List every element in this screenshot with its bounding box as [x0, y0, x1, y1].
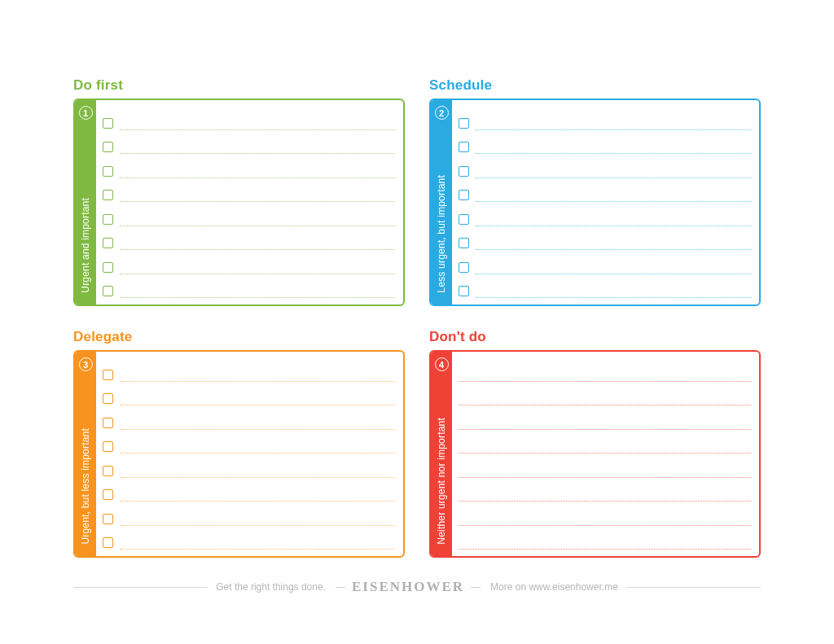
checkbox[interactable] [103, 142, 113, 152]
checkbox[interactable] [459, 286, 469, 296]
task-line[interactable] [120, 297, 395, 298]
matrix-grid: Do first1Urgent and importantSchedule2Le… [73, 77, 761, 558]
checkbox[interactable] [103, 214, 113, 225]
task-row[interactable] [459, 478, 751, 502]
quadrant-sidebar: 1Urgent and important [75, 100, 96, 304]
quadrant-side-label: Urgent and important [80, 198, 91, 296]
quadrant-title: Schedule [429, 77, 761, 94]
footer-right-text: More on www.eisenhower.me [482, 581, 626, 593]
task-line[interactable] [476, 129, 751, 130]
quadrant-title: Do first [73, 77, 405, 94]
checkbox[interactable] [103, 166, 113, 177]
task-row [459, 203, 751, 226]
checkbox[interactable] [103, 286, 113, 296]
quadrant-body [452, 100, 759, 304]
task-line[interactable] [120, 405, 395, 405]
task-row[interactable] [459, 430, 751, 453]
task-row [103, 178, 395, 202]
quadrant-sidebar: 2Less urgent, but important [431, 100, 452, 304]
footer-rule-right [626, 587, 761, 588]
task-row [459, 130, 751, 154]
checkbox[interactable] [103, 118, 113, 129]
checkbox[interactable] [459, 166, 469, 177]
quadrant-body [96, 352, 403, 556]
checkbox[interactable] [459, 262, 469, 273]
quadrant-number-badge: 1 [79, 106, 93, 120]
checkbox[interactable] [103, 262, 113, 273]
checkbox[interactable] [103, 418, 113, 428]
task-line[interactable] [120, 177, 395, 178]
checkbox[interactable] [103, 238, 113, 248]
quadrant-side-label: Urgent, but less important [80, 428, 91, 548]
quadrant-body [96, 100, 403, 304]
quadrant-title: Delegate [73, 329, 405, 345]
task-row [103, 526, 395, 550]
quadrant-number-badge: 4 [435, 357, 449, 371]
task-line[interactable] [476, 201, 751, 202]
footer-brand: EISENHOWER [347, 579, 469, 595]
task-row [459, 178, 751, 202]
checkbox[interactable] [103, 489, 113, 500]
task-row [459, 155, 751, 178]
checkbox[interactable] [459, 142, 469, 152]
checkbox[interactable] [103, 190, 113, 200]
quadrant-sidebar: 4Neither urgent nor important [431, 352, 452, 556]
task-row[interactable] [459, 502, 751, 526]
quadrant-body [452, 352, 759, 556]
task-row[interactable] [459, 526, 751, 550]
quadrant-card: 1Urgent and important [73, 99, 405, 306]
task-line[interactable] [120, 501, 395, 502]
task-line[interactable] [120, 274, 395, 274]
task-row [459, 274, 751, 298]
task-line[interactable] [476, 177, 751, 178]
quadrant-side-label: Less urgent, but important [436, 175, 447, 296]
task-row [103, 203, 395, 226]
task-row [103, 251, 395, 274]
task-line[interactable] [476, 249, 751, 250]
quadrant-card: 3Urgent, but less important [73, 350, 405, 558]
checkbox[interactable] [459, 118, 469, 129]
task-line[interactable] [120, 525, 395, 526]
checkbox[interactable] [459, 238, 469, 248]
quadrant-number-badge: 2 [435, 106, 449, 120]
quadrant-card: 4Neither urgent nor important [429, 350, 761, 558]
task-row [103, 406, 395, 430]
task-row [103, 382, 395, 405]
task-line[interactable] [120, 381, 395, 382]
task-line[interactable] [120, 453, 395, 453]
task-row [459, 251, 751, 274]
task-line[interactable] [476, 153, 751, 154]
task-line[interactable] [120, 201, 395, 202]
task-row[interactable] [459, 382, 751, 405]
task-line[interactable] [120, 477, 395, 478]
quadrant-side-label: Neither urgent nor important [436, 418, 447, 548]
task-line[interactable] [120, 249, 395, 250]
quadrant-q1: Do first1Urgent and important [73, 77, 405, 306]
task-row[interactable] [459, 406, 751, 430]
checkbox[interactable] [103, 441, 113, 452]
task-row[interactable] [459, 358, 751, 382]
task-line[interactable] [476, 297, 751, 298]
checkbox[interactable] [459, 190, 469, 200]
task-row [103, 155, 395, 178]
footer-rule-left [73, 587, 208, 588]
checkbox[interactable] [103, 514, 113, 524]
task-line[interactable] [120, 429, 395, 430]
task-line[interactable] [120, 129, 395, 130]
task-line[interactable] [476, 274, 751, 274]
task-row[interactable] [459, 454, 751, 478]
footer-left-text: Get the right things done. [208, 581, 334, 593]
checkbox[interactable] [103, 537, 113, 548]
task-line[interactable] [120, 153, 395, 154]
task-line[interactable] [120, 549, 395, 550]
checkbox[interactable] [103, 370, 113, 380]
quadrant-q3: Delegate3Urgent, but less important [73, 329, 405, 558]
task-line[interactable] [120, 226, 395, 226]
task-row [459, 107, 751, 130]
quadrant-q4: Don't do4Neither urgent nor important [429, 329, 761, 558]
checkbox[interactable] [103, 393, 113, 404]
checkbox[interactable] [459, 214, 469, 225]
checkbox[interactable] [103, 466, 113, 476]
task-row [103, 478, 395, 502]
task-line[interactable] [476, 226, 751, 226]
